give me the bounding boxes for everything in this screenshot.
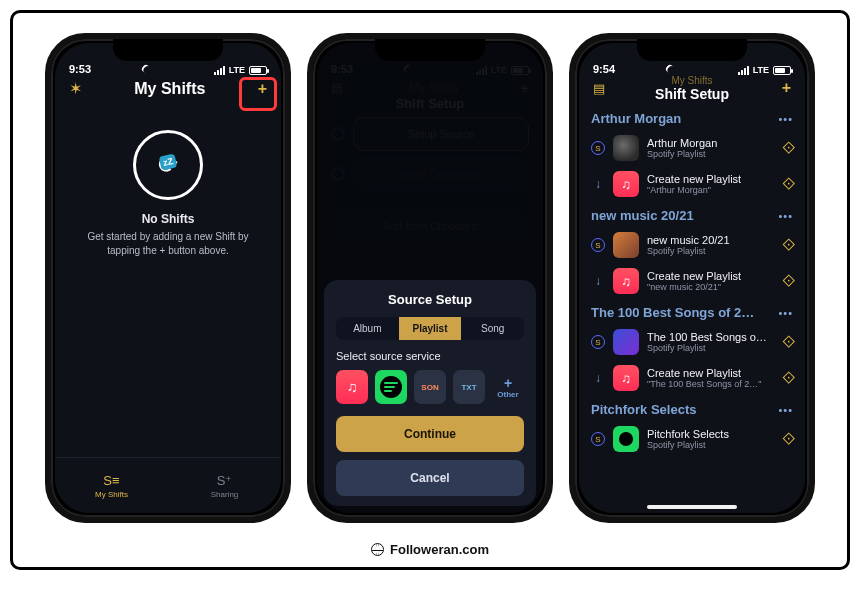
group-title: Arthur Morgan (591, 111, 681, 126)
entry-title: Pitchfork Selects (647, 428, 775, 440)
empty-state: ⟳ zZ No Shifts Get started by adding a n… (55, 104, 281, 457)
status-time: 9:53 (69, 63, 91, 75)
phone-1: 9:53 LTE ✶ My Shifts + ⟳ (45, 33, 291, 523)
entry-sub: "Arthur Morgan" (647, 185, 775, 195)
tab-label: Sharing (211, 490, 239, 499)
type-segmented-control: Album Playlist Song (336, 317, 524, 340)
sharing-tab-icon: S⁺ (217, 473, 233, 488)
playlist-thumb (613, 329, 639, 355)
entry-title: new music 20/21 (647, 234, 775, 246)
apple-music-note-icon: ♫ (347, 379, 358, 395)
entry-sub: "new music 20/21" (647, 282, 775, 292)
continue-button[interactable]: Continue (336, 416, 524, 452)
spotify-icon (380, 376, 402, 398)
screen-3: 9:54 LTE ▤ My Shifts Shift Setup + (579, 43, 805, 513)
screen-2: 9:53 LTE ▤ My Shifts + (317, 43, 543, 513)
group-menu-icon[interactable]: ••• (778, 113, 793, 125)
group-menu-icon[interactable]: ••• (778, 210, 793, 222)
arrow-down-icon: ↓ (591, 274, 605, 288)
group-title: Pitchfork Selects (591, 402, 697, 417)
destination-entry[interactable]: ↓ ♫ Create new Playlist "new music 20/21… (589, 263, 795, 299)
source-badge-icon: S (591, 238, 605, 252)
tab-my-shifts[interactable]: S≡ My Shifts (55, 458, 168, 513)
dnd-moon-icon (141, 63, 152, 74)
edit-icon[interactable]: ⚀ (780, 140, 797, 157)
notch (637, 39, 747, 61)
source-badge-icon: S (591, 335, 605, 349)
entry-title: Create new Playlist (647, 270, 775, 282)
destination-entry[interactable]: ↓ ♫ Create new Playlist "Arthur Morgan" … (589, 166, 795, 202)
group-menu-icon[interactable]: ••• (778, 307, 793, 319)
notch (375, 39, 485, 61)
entry-sub: Spotify Playlist (647, 149, 775, 159)
notch (113, 39, 223, 61)
arrow-down-icon: ↓ (591, 177, 605, 191)
select-service-label: Select source service (336, 350, 524, 362)
apple-music-thumb-icon: ♫ (613, 365, 639, 391)
edit-icon[interactable]: ⚀ (780, 334, 797, 351)
entry-title: The 100 Best Songs o… (647, 331, 775, 343)
edit-icon[interactable]: ⚀ (780, 273, 797, 290)
tab-bar: S≡ My Shifts S⁺ Sharing (55, 457, 281, 513)
playlist-thumb (613, 232, 639, 258)
edit-icon[interactable]: ⚀ (780, 431, 797, 448)
plus-icon: + (504, 376, 512, 390)
highlight-add-button (239, 77, 277, 111)
source-badge-icon: S (591, 432, 605, 446)
apple-music-thumb-icon: ♫ (613, 171, 639, 197)
edit-icon[interactable]: ⚀ (780, 176, 797, 193)
playlist-thumb (613, 135, 639, 161)
service-other[interactable]: + Other (492, 370, 524, 404)
group-header[interactable]: The 100 Best Songs of 2… ••• (589, 299, 795, 324)
page-title: My Shifts (134, 80, 205, 98)
entry-sub: Spotify Playlist (647, 440, 775, 450)
seg-playlist[interactable]: Playlist (399, 317, 462, 340)
group-menu-icon[interactable]: ••• (778, 404, 793, 416)
group-header[interactable]: Pitchfork Selects ••• (589, 396, 795, 421)
entry-title: Create new Playlist (647, 173, 775, 185)
source-entry[interactable]: S Pitchfork Selects Spotify Playlist ⚀ (589, 421, 795, 457)
empty-subtitle: Get started by adding a new Shift by tap… (55, 230, 281, 257)
edit-icon[interactable]: ⚀ (780, 237, 797, 254)
group-header[interactable]: new music 20/21 ••• (589, 202, 795, 227)
destination-entry[interactable]: ↓ ♫ Create new Playlist "The 100 Best So… (589, 360, 795, 396)
entry-title: Arthur Morgan (647, 137, 775, 149)
source-entry[interactable]: S new music 20/21 Spotify Playlist ⚀ (589, 227, 795, 263)
phone-row: 9:53 LTE ✶ My Shifts + ⟳ (27, 33, 833, 536)
shift-list[interactable]: Arthur Morgan ••• S Arthur Morgan Spotif… (579, 103, 805, 513)
service-txt[interactable]: TXT (453, 370, 485, 404)
service-apple-music[interactable]: ♫ (336, 370, 368, 404)
service-spotify[interactable] (375, 370, 407, 404)
entry-sub: Spotify Playlist (647, 246, 775, 256)
seg-song[interactable]: Song (461, 317, 524, 340)
cancel-button[interactable]: Cancel (336, 460, 524, 496)
sync-icon: ⟳ zZ (133, 130, 203, 200)
brand-text: Followeran.com (390, 542, 489, 557)
home-indicator[interactable] (647, 505, 737, 509)
tab-sharing[interactable]: S⁺ Sharing (168, 458, 281, 513)
edit-icon[interactable]: ⚀ (780, 370, 797, 387)
apple-music-thumb-icon: ♫ (613, 268, 639, 294)
entry-sub: Spotify Playlist (647, 343, 775, 353)
service-row: ♫ SON TXT + Other (336, 370, 524, 404)
tutorial-canvas: 9:53 LTE ✶ My Shifts + ⟳ (10, 10, 850, 570)
dnd-moon-icon (665, 63, 676, 74)
status-time: 9:54 (593, 63, 615, 75)
tab-label: My Shifts (95, 490, 128, 499)
entry-sub: "The 100 Best Songs of 2…" (647, 379, 775, 389)
sheet-title: Source Setup (336, 292, 524, 307)
battery-icon (249, 66, 267, 75)
group-header[interactable]: Arthur Morgan ••• (589, 105, 795, 130)
status-carrier: LTE (229, 65, 245, 75)
source-entry[interactable]: S Arthur Morgan Spotify Playlist ⚀ (589, 130, 795, 166)
seg-album[interactable]: Album (336, 317, 399, 340)
signal-bars-icon (738, 66, 749, 75)
screen-1: 9:53 LTE ✶ My Shifts + ⟳ (55, 43, 281, 513)
service-json[interactable]: SON (414, 370, 446, 404)
settings-gear-icon[interactable]: ✶ (69, 79, 82, 98)
empty-title: No Shifts (142, 212, 195, 226)
source-entry[interactable]: S The 100 Best Songs o… Spotify Playlist… (589, 324, 795, 360)
battery-icon (773, 66, 791, 75)
phone-3: 9:54 LTE ▤ My Shifts Shift Setup + (569, 33, 815, 523)
source-setup-sheet: Source Setup Album Playlist Song Select … (324, 280, 536, 506)
